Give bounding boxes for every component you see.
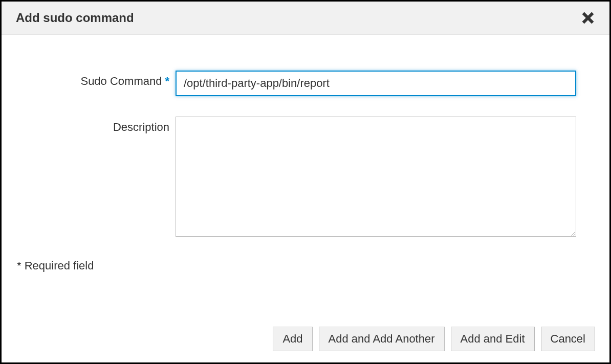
add-button[interactable]: Add	[273, 327, 312, 351]
add-and-edit-button[interactable]: Add and Edit	[451, 327, 535, 351]
add-and-add-another-button[interactable]: Add and Add Another	[319, 327, 445, 351]
close-icon[interactable]	[581, 11, 595, 25]
sudo-command-row: Sudo Command*	[17, 71, 594, 96]
dialog-footer: Add Add and Add Another Add and Edit Can…	[2, 316, 609, 362]
dialog-title: Add sudo command	[16, 11, 134, 25]
sudo-command-label-text: Sudo Command	[80, 75, 162, 87]
required-marker: *	[165, 75, 169, 87]
sudo-command-input[interactable]	[176, 71, 576, 96]
dialog-body: Sudo Command* Description * Required fie…	[2, 35, 609, 316]
description-label: Description	[17, 117, 176, 134]
cancel-button[interactable]: Cancel	[541, 327, 595, 351]
sudo-command-label: Sudo Command*	[17, 71, 176, 88]
description-row: Description	[17, 117, 594, 239]
description-label-text: Description	[113, 121, 169, 133]
add-sudo-command-dialog: Add sudo command Sudo Command* Descripti…	[0, 0, 611, 364]
description-input[interactable]	[176, 117, 576, 237]
required-field-note: * Required field	[17, 259, 594, 272]
dialog-header: Add sudo command	[2, 2, 609, 35]
